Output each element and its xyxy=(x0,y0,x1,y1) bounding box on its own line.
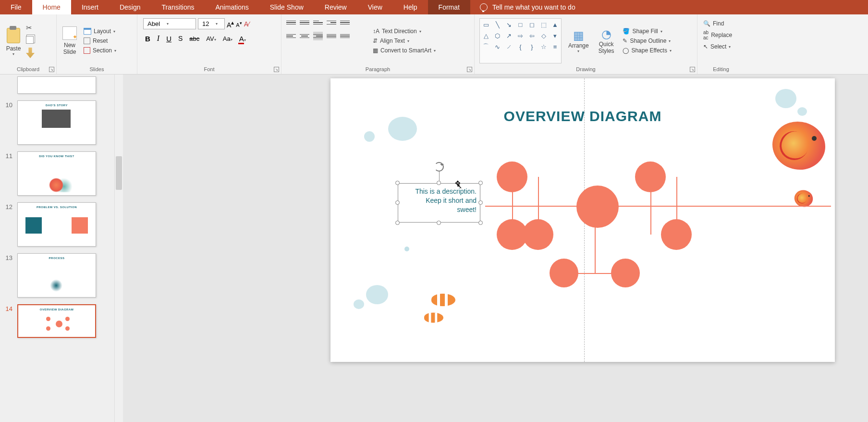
font-launcher[interactable]: ↘ xyxy=(274,67,279,72)
diagram-node[interactable] xyxy=(635,161,666,192)
resize-handle[interactable] xyxy=(478,181,483,185)
resize-handle[interactable] xyxy=(437,221,441,225)
find-button[interactable]: 🔍Find xyxy=(701,19,741,28)
tell-me-search[interactable]: Tell me what you want to do xyxy=(470,0,575,14)
numbering-button[interactable] xyxy=(300,18,309,27)
slide-thumb-11[interactable]: 11 DID YOU KNOW THIS? xyxy=(0,149,114,200)
inc-indent-button[interactable] xyxy=(327,18,336,27)
smartart-icon: ▦ xyxy=(373,47,378,54)
section-button[interactable]: Section▾ xyxy=(82,46,118,55)
align-center-button[interactable] xyxy=(300,32,309,40)
slide-thumb-partial[interactable] xyxy=(17,76,96,94)
resize-handle[interactable] xyxy=(478,221,483,225)
tab-design[interactable]: Design xyxy=(109,0,151,14)
justify-button[interactable] xyxy=(327,32,336,40)
tab-transitions[interactable]: Transitions xyxy=(151,0,205,14)
resize-handle[interactable] xyxy=(478,200,483,205)
diagram-node[interactable] xyxy=(661,219,692,250)
slide-thumb-12[interactable]: 12 PROBLEM VS. SOLUTION xyxy=(0,200,114,251)
tab-file[interactable]: File xyxy=(0,0,32,14)
overview-diagram[interactable] xyxy=(485,158,831,297)
diagram-node[interactable] xyxy=(550,259,578,287)
thumbnail-scrollbar[interactable] xyxy=(114,74,123,422)
quick-styles-button[interactable]: ◔ Quick Styles xyxy=(596,18,617,63)
bold-button[interactable]: B xyxy=(143,34,152,44)
textbox-content[interactable]: This is a description. Keep it short and… xyxy=(402,187,477,219)
diagram-center-node[interactable] xyxy=(576,186,619,228)
tab-help[interactable]: Help xyxy=(393,0,428,14)
group-paragraph: ↕AText Direction▾ ⇵Align Text▾ ▦Convert … xyxy=(281,14,475,74)
slide-thumb-13[interactable]: 13 PROCESS xyxy=(0,251,114,302)
paragraph-launcher[interactable]: ↘ xyxy=(467,67,472,72)
group-editing: 🔍Find abacReplace ↖Select▾ Editing xyxy=(697,14,745,74)
underline-button[interactable]: U xyxy=(164,34,173,44)
clipboard-launcher[interactable]: ↘ xyxy=(49,67,54,72)
change-case-button[interactable]: Aa▾ xyxy=(221,34,234,43)
shapes-gallery[interactable]: ▭╲↘□◻⬚▲ △⬡↗⇨⇦◇▾ ⌒∿⟋{}☆≡ xyxy=(479,18,562,63)
line-spacing-button[interactable] xyxy=(340,18,350,27)
slide-canvas[interactable]: OVERVIEW DIAGRAM xyxy=(123,74,868,422)
char-spacing-button[interactable]: AV▾ xyxy=(204,34,218,43)
new-slide-button[interactable]: New Slide xyxy=(60,16,80,65)
diagram-node[interactable] xyxy=(523,219,553,250)
italic-button[interactable]: I xyxy=(155,33,161,44)
font-name-combo[interactable]: Abel▾ xyxy=(143,18,196,29)
drawing-launcher[interactable]: ↘ xyxy=(690,67,695,72)
resize-handle[interactable] xyxy=(437,181,441,185)
clear-format-button[interactable]: A⁄ xyxy=(244,20,250,28)
cut-button[interactable]: ✂ xyxy=(26,24,35,32)
tab-animations[interactable]: Animations xyxy=(205,0,259,14)
tab-view[interactable]: View xyxy=(357,0,393,14)
layout-button[interactable]: Layout▾ xyxy=(82,27,118,36)
bullets-button[interactable] xyxy=(286,18,296,27)
shadow-button[interactable]: S xyxy=(176,34,184,43)
font-size-combo[interactable]: 12▾ xyxy=(198,18,225,29)
slide-thumb-14[interactable]: 14 OVERVIEW DIAGRAM xyxy=(0,302,114,343)
diagram-node[interactable] xyxy=(611,259,640,287)
tell-me-label: Tell me what you want to do xyxy=(492,3,575,11)
tab-home[interactable]: Home xyxy=(32,0,71,14)
columns-button[interactable] xyxy=(340,32,350,40)
shrink-font-button[interactable]: A▾ xyxy=(236,20,242,28)
reset-button[interactable]: Reset xyxy=(82,37,118,45)
align-text-icon: ⇵ xyxy=(373,37,378,44)
resize-handle[interactable] xyxy=(395,200,400,205)
grow-font-button[interactable]: A▴ xyxy=(227,19,234,29)
align-text-button[interactable]: ⇵Align Text▾ xyxy=(371,37,438,45)
selected-textbox[interactable]: This is a description. Keep it short and… xyxy=(398,183,480,223)
align-left-button[interactable] xyxy=(286,32,296,40)
resize-handle[interactable] xyxy=(395,221,400,225)
convert-smartart-button[interactable]: ▦Convert to SmartArt▾ xyxy=(371,46,438,55)
ribbon: Paste ▾ ✂ Clipboard ↘ New Slide Layout▾ … xyxy=(0,14,868,74)
shape-fill-button[interactable]: 🪣Shape Fill▾ xyxy=(621,27,673,36)
resize-handle[interactable] xyxy=(395,181,400,185)
slide-thumb-10[interactable]: 10 DAD'S STORY xyxy=(0,99,114,149)
tab-insert[interactable]: Insert xyxy=(71,0,109,14)
main-area: 10 DAD'S STORY 11 DID YOU KNOW THIS? 12 … xyxy=(0,74,868,422)
tab-slideshow[interactable]: Slide Show xyxy=(259,0,314,14)
align-right-button[interactable] xyxy=(313,32,323,40)
tab-review[interactable]: Review xyxy=(314,0,357,14)
text-direction-button[interactable]: ↕AText Direction▾ xyxy=(371,27,438,36)
font-color-button[interactable]: A▾ xyxy=(237,34,248,44)
arrange-button[interactable]: ▦ Arrange▾ xyxy=(565,18,592,63)
shape-effects-button[interactable]: ◯Shape Effects▾ xyxy=(621,46,673,55)
paste-icon xyxy=(6,26,21,43)
group-slides: New Slide Layout▾ Reset Section▾ Slides xyxy=(57,14,137,74)
rotation-handle[interactable] xyxy=(434,162,444,172)
dec-indent-button[interactable] xyxy=(313,18,323,27)
group-clipboard: Paste ▾ ✂ Clipboard ↘ xyxy=(0,14,57,74)
tab-format[interactable]: Format xyxy=(428,0,470,14)
replace-button[interactable]: abacReplace xyxy=(701,29,741,41)
paste-button[interactable]: Paste ▾ xyxy=(3,16,24,65)
copy-button[interactable] xyxy=(26,36,34,44)
shape-outline-button[interactable]: ✎Shape Outline▾ xyxy=(621,37,673,45)
strike-button[interactable]: abc xyxy=(187,34,201,43)
select-button[interactable]: ↖Select▾ xyxy=(701,42,741,51)
scrollbar-thumb[interactable] xyxy=(116,156,122,190)
format-painter-button[interactable] xyxy=(26,48,35,58)
group-font: Abel▾ 12▾ A▴ A▾ A⁄ B I U S abc AV▾ Aa▾ A… xyxy=(137,14,281,74)
clownfish-decoration xyxy=(431,294,455,306)
slide-thumbnail-panel[interactable]: 10 DAD'S STORY 11 DID YOU KNOW THIS? 12 … xyxy=(0,74,114,422)
current-slide[interactable]: OVERVIEW DIAGRAM xyxy=(330,78,835,362)
